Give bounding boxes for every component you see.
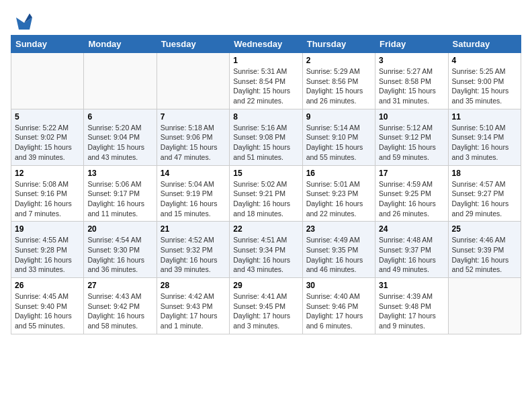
calendar-header-row: SundayMondayTuesdayWednesdayThursdayFrid… bbox=[11, 36, 521, 53]
day-number: 3 bbox=[379, 56, 444, 65]
calendar-cell: 11Sunrise: 5:10 AM Sunset: 9:14 PM Dayli… bbox=[448, 109, 521, 165]
day-number: 27 bbox=[87, 281, 152, 290]
calendar-cell: 24Sunrise: 4:48 AM Sunset: 9:37 PM Dayli… bbox=[375, 222, 448, 278]
day-number: 17 bbox=[379, 169, 444, 178]
day-number: 21 bbox=[161, 224, 226, 234]
day-number: 30 bbox=[306, 281, 371, 290]
calendar-cell: 28Sunrise: 4:42 AM Sunset: 9:43 PM Dayli… bbox=[157, 278, 229, 334]
day-number: 15 bbox=[233, 169, 298, 178]
day-info: Sunrise: 4:42 AM Sunset: 9:43 PM Dayligh… bbox=[161, 291, 226, 331]
calendar-cell bbox=[84, 53, 157, 109]
calendar-week-row: 12Sunrise: 5:08 AM Sunset: 9:16 PM Dayli… bbox=[11, 165, 521, 222]
day-info: Sunrise: 4:48 AM Sunset: 9:37 PM Dayligh… bbox=[379, 235, 444, 275]
calendar-cell: 3Sunrise: 5:27 AM Sunset: 8:58 PM Daylig… bbox=[375, 53, 448, 109]
day-number: 19 bbox=[15, 224, 80, 234]
day-info: Sunrise: 4:51 AM Sunset: 9:34 PM Dayligh… bbox=[233, 235, 298, 275]
calendar-cell: 23Sunrise: 4:49 AM Sunset: 9:35 PM Dayli… bbox=[302, 222, 375, 278]
calendar-header-monday: Monday bbox=[84, 36, 157, 53]
calendar-cell: 6Sunrise: 5:20 AM Sunset: 9:04 PM Daylig… bbox=[84, 109, 157, 165]
calendar-cell: 29Sunrise: 4:41 AM Sunset: 9:45 PM Dayli… bbox=[230, 278, 302, 334]
svg-marker-0 bbox=[16, 17, 32, 30]
day-info: Sunrise: 5:16 AM Sunset: 9:08 PM Dayligh… bbox=[233, 123, 298, 163]
calendar-cell bbox=[448, 278, 521, 334]
day-info: Sunrise: 5:27 AM Sunset: 8:58 PM Dayligh… bbox=[379, 66, 444, 106]
calendar-header-sunday: Sunday bbox=[11, 36, 84, 53]
day-info: Sunrise: 5:10 AM Sunset: 9:14 PM Dayligh… bbox=[452, 123, 517, 163]
calendar-week-row: 19Sunrise: 4:55 AM Sunset: 9:28 PM Dayli… bbox=[11, 222, 521, 278]
day-info: Sunrise: 4:57 AM Sunset: 9:27 PM Dayligh… bbox=[452, 179, 517, 219]
day-info: Sunrise: 4:55 AM Sunset: 9:28 PM Dayligh… bbox=[15, 235, 80, 275]
day-info: Sunrise: 5:12 AM Sunset: 9:12 PM Dayligh… bbox=[379, 123, 444, 163]
day-number: 6 bbox=[87, 112, 152, 122]
calendar-cell: 26Sunrise: 4:45 AM Sunset: 9:40 PM Dayli… bbox=[11, 278, 84, 334]
calendar-header-saturday: Saturday bbox=[448, 36, 521, 53]
day-number: 26 bbox=[15, 281, 80, 290]
day-number: 7 bbox=[161, 112, 226, 122]
day-info: Sunrise: 4:41 AM Sunset: 9:45 PM Dayligh… bbox=[233, 291, 298, 331]
day-number: 2 bbox=[306, 56, 371, 65]
calendar-cell: 22Sunrise: 4:51 AM Sunset: 9:34 PM Dayli… bbox=[230, 222, 302, 278]
day-info: Sunrise: 5:01 AM Sunset: 9:23 PM Dayligh… bbox=[306, 179, 371, 219]
calendar-week-row: 26Sunrise: 4:45 AM Sunset: 9:40 PM Dayli… bbox=[11, 278, 521, 334]
day-number: 4 bbox=[452, 56, 517, 65]
logo bbox=[11, 11, 35, 32]
calendar-cell: 9Sunrise: 5:14 AM Sunset: 9:10 PM Daylig… bbox=[302, 109, 375, 165]
day-info: Sunrise: 4:45 AM Sunset: 9:40 PM Dayligh… bbox=[15, 291, 80, 331]
day-info: Sunrise: 4:52 AM Sunset: 9:32 PM Dayligh… bbox=[161, 235, 226, 275]
day-info: Sunrise: 5:20 AM Sunset: 9:04 PM Dayligh… bbox=[87, 123, 152, 163]
page-header bbox=[11, 11, 521, 32]
day-info: Sunrise: 5:18 AM Sunset: 9:06 PM Dayligh… bbox=[161, 123, 226, 163]
day-info: Sunrise: 5:14 AM Sunset: 9:10 PM Dayligh… bbox=[306, 123, 371, 163]
calendar-cell: 7Sunrise: 5:18 AM Sunset: 9:06 PM Daylig… bbox=[157, 109, 229, 165]
day-info: Sunrise: 5:22 AM Sunset: 9:02 PM Dayligh… bbox=[15, 123, 80, 163]
calendar-cell: 17Sunrise: 4:59 AM Sunset: 9:25 PM Dayli… bbox=[375, 165, 448, 222]
day-info: Sunrise: 4:43 AM Sunset: 9:42 PM Dayligh… bbox=[87, 291, 152, 331]
day-number: 5 bbox=[15, 112, 80, 122]
calendar-cell: 20Sunrise: 4:54 AM Sunset: 9:30 PM Dayli… bbox=[84, 222, 157, 278]
calendar-cell: 5Sunrise: 5:22 AM Sunset: 9:02 PM Daylig… bbox=[11, 109, 84, 165]
day-number: 28 bbox=[161, 281, 226, 290]
calendar-cell: 8Sunrise: 5:16 AM Sunset: 9:08 PM Daylig… bbox=[230, 109, 302, 165]
day-number: 22 bbox=[233, 224, 298, 234]
calendar-cell: 2Sunrise: 5:29 AM Sunset: 8:56 PM Daylig… bbox=[302, 53, 375, 109]
day-number: 24 bbox=[379, 224, 444, 234]
day-info: Sunrise: 5:31 AM Sunset: 8:54 PM Dayligh… bbox=[233, 66, 298, 106]
day-info: Sunrise: 5:25 AM Sunset: 9:00 PM Dayligh… bbox=[452, 66, 517, 106]
day-info: Sunrise: 4:46 AM Sunset: 9:39 PM Dayligh… bbox=[452, 235, 517, 275]
day-info: Sunrise: 5:29 AM Sunset: 8:56 PM Dayligh… bbox=[306, 66, 371, 106]
calendar-cell: 19Sunrise: 4:55 AM Sunset: 9:28 PM Dayli… bbox=[11, 222, 84, 278]
day-number: 14 bbox=[161, 169, 226, 178]
day-number: 13 bbox=[87, 169, 152, 178]
day-number: 23 bbox=[306, 224, 371, 234]
calendar-cell: 14Sunrise: 5:04 AM Sunset: 9:19 PM Dayli… bbox=[157, 165, 229, 222]
day-info: Sunrise: 5:02 AM Sunset: 9:21 PM Dayligh… bbox=[233, 179, 298, 219]
calendar-cell: 21Sunrise: 4:52 AM Sunset: 9:32 PM Dayli… bbox=[157, 222, 229, 278]
day-number: 16 bbox=[306, 169, 371, 178]
calendar-cell: 15Sunrise: 5:02 AM Sunset: 9:21 PM Dayli… bbox=[230, 165, 302, 222]
calendar-cell bbox=[157, 53, 229, 109]
day-number: 11 bbox=[452, 112, 517, 122]
calendar-cell: 18Sunrise: 4:57 AM Sunset: 9:27 PM Dayli… bbox=[448, 165, 521, 222]
day-info: Sunrise: 4:54 AM Sunset: 9:30 PM Dayligh… bbox=[87, 235, 152, 275]
day-number: 10 bbox=[379, 112, 444, 122]
calendar-cell: 16Sunrise: 5:01 AM Sunset: 9:23 PM Dayli… bbox=[302, 165, 375, 222]
calendar-week-row: 5Sunrise: 5:22 AM Sunset: 9:02 PM Daylig… bbox=[11, 109, 521, 165]
calendar-cell: 13Sunrise: 5:06 AM Sunset: 9:17 PM Dayli… bbox=[84, 165, 157, 222]
day-info: Sunrise: 4:40 AM Sunset: 9:46 PM Dayligh… bbox=[306, 291, 371, 331]
calendar-header-thursday: Thursday bbox=[302, 36, 375, 53]
day-number: 31 bbox=[379, 281, 444, 290]
calendar-table: SundayMondayTuesdayWednesdayThursdayFrid… bbox=[11, 35, 521, 334]
day-info: Sunrise: 4:59 AM Sunset: 9:25 PM Dayligh… bbox=[379, 179, 444, 219]
day-number: 29 bbox=[233, 281, 298, 290]
day-info: Sunrise: 4:39 AM Sunset: 9:48 PM Dayligh… bbox=[379, 291, 444, 331]
calendar-cell: 10Sunrise: 5:12 AM Sunset: 9:12 PM Dayli… bbox=[375, 109, 448, 165]
calendar-cell: 27Sunrise: 4:43 AM Sunset: 9:42 PM Dayli… bbox=[84, 278, 157, 334]
calendar-cell: 30Sunrise: 4:40 AM Sunset: 9:46 PM Dayli… bbox=[302, 278, 375, 334]
day-number: 18 bbox=[452, 169, 517, 178]
day-info: Sunrise: 4:49 AM Sunset: 9:35 PM Dayligh… bbox=[306, 235, 371, 275]
calendar-cell: 31Sunrise: 4:39 AM Sunset: 9:48 PM Dayli… bbox=[375, 278, 448, 334]
day-number: 20 bbox=[87, 224, 152, 234]
calendar-cell: 4Sunrise: 5:25 AM Sunset: 9:00 PM Daylig… bbox=[448, 53, 521, 109]
calendar-week-row: 1Sunrise: 5:31 AM Sunset: 8:54 PM Daylig… bbox=[11, 53, 521, 109]
day-number: 25 bbox=[452, 224, 517, 234]
